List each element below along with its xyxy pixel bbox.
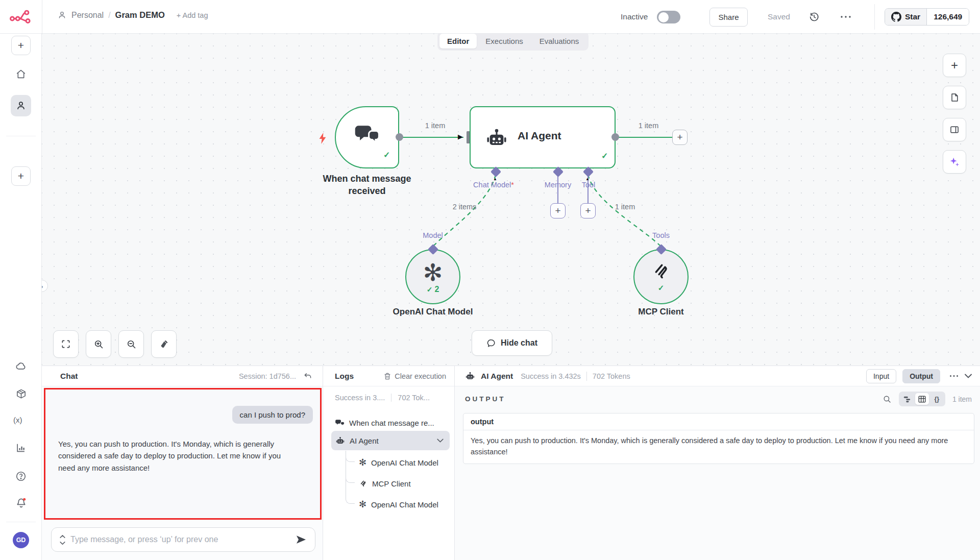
logs-status-time: Success in 3.... [335,394,385,402]
connection-arrow: ▶ [458,133,463,140]
hide-chat-button[interactable]: Hide chat [472,330,552,356]
node-ai-agent[interactable]: AI Agent ✓ [470,106,616,168]
collapse-panel-icon[interactable] [965,374,972,378]
share-button[interactable]: Share [709,8,748,27]
ai-assistant-button[interactable] [943,150,966,174]
github-icon [891,12,901,22]
log-item-trigger[interactable]: When chat message re... [335,414,434,431]
chat-session-id[interactable]: Session: 1d756... [239,372,296,380]
details-node-name: AI Agent [481,372,513,381]
github-star-count[interactable]: 126,649 [934,12,962,21]
add-memory-button[interactable]: + [550,203,566,218]
sticky-note-button[interactable] [943,86,966,109]
node-details-panel: AI Agent Success in 3.432s 702 Tokens In… [454,366,980,560]
clear-execution-button[interactable]: Clear execution [383,372,446,380]
reset-session-icon[interactable] [303,372,312,381]
chat-assistant-message: Yes, you can push to production. It's Mo… [58,438,289,474]
logs-panel: Logs Clear execution Success in 3.... 70… [323,366,454,560]
robot-icon [485,127,508,150]
github-star-button[interactable]: Star [885,9,927,25]
agent-node-title: AI Agent [518,130,561,142]
add-tag-button[interactable]: + Add tag [177,11,208,19]
workflow-title[interactable]: Gram DEMO [115,10,165,20]
output-items-count: 1 item [952,395,972,403]
help-icon[interactable] [15,471,27,482]
sidebar-item-personal-active[interactable] [11,95,31,116]
log-item-mcp[interactable]: MCP Client [359,475,411,492]
person-icon [15,100,27,111]
chat-panel: Chat Session: 1d756... can I push to pro… [42,366,323,560]
breadcrumb-account[interactable]: Personal [71,11,104,20]
history-icon[interactable] [808,11,820,22]
variables-icon[interactable]: (x) [13,416,29,427]
left-sidebar: + + (x) GD [0,34,42,560]
chat-user-message: can I push to prod? [232,406,313,424]
cloud-admin-icon[interactable] [15,360,27,372]
openai-success-check: ✓ [427,285,433,294]
chat-bubble-icon [486,338,496,348]
zoom-out-button[interactable] [118,330,144,358]
openai-port-label: Model [412,231,453,239]
more-options-icon[interactable] [840,15,851,18]
openai-icon: ✻ [423,261,443,284]
chat-panel-title: Chat [60,372,78,381]
workflow-canvas[interactable]: Editor Executions Evaluations ✓ When cha… [42,34,980,366]
node-chat-trigger[interactable]: ✓ [335,106,399,168]
chat-input-container [51,527,315,552]
details-status: Success in 3.432s [521,372,581,380]
node-mcp-client[interactable]: ✓ [633,249,689,304]
logs-status-tokens: 702 Tok... [398,394,430,402]
log-item-openai-1[interactable]: ✻ OpenAI Chat Model [359,454,438,471]
avatar[interactable]: GD [13,532,29,548]
output-table-header[interactable]: output [463,413,974,430]
zoom-in-button[interactable] [86,330,111,358]
trigger-node-label[interactable]: When chat message received [306,173,428,198]
agent-success-check: ✓ [601,151,608,161]
model-connection-items: 2 items [442,203,487,211]
send-message-icon[interactable] [287,534,315,545]
json-view-button[interactable]: {} [930,393,944,405]
top-bar: Personal / Gram DEMO + Add tag Inactive … [0,0,980,34]
node-openai-chat-model[interactable]: ✻ ✓ 2 [405,249,460,304]
required-asterisk: * [511,181,514,189]
bottom-panels: Chat Session: 1d756... can I push to pro… [42,366,980,560]
templates-icon[interactable] [15,388,27,399]
toggle-panel-button[interactable] [943,118,966,141]
add-node-button[interactable]: + [943,54,966,77]
breadcrumb: Personal / Gram DEMO + Add tag [57,10,208,20]
n8n-logo-icon[interactable] [9,8,33,25]
prev-next-message-arrows[interactable] [52,535,70,545]
new-workflow-button[interactable]: + [11,36,31,55]
log-item-openai-2[interactable]: ✻ OpenAI Chat Model [359,496,438,513]
details-more-icon[interactable] [949,375,959,377]
input-tab-button[interactable]: Input [866,369,896,383]
table-view-button[interactable] [915,393,929,405]
home-icon[interactable] [15,68,27,80]
github-star-widget[interactable]: Star 126,649 [885,8,969,26]
output-table-value[interactable]: Yes, you can push to production. It's Mo… [463,430,974,464]
zoom-to-fit-button[interactable] [53,330,79,358]
tidy-up-button[interactable] [151,330,177,358]
log-item-ai-agent-selected[interactable]: AI Agent [331,431,450,450]
sidebar-divider [6,136,36,136]
insights-icon[interactable] [15,442,27,453]
output-table: output Yes, you can push to production. … [463,413,974,464]
logs-panel-title: Logs [335,372,354,381]
schema-view-button[interactable] [900,393,914,405]
agent-output-port[interactable] [611,133,619,141]
chevron-down-icon [437,439,444,443]
notifications-bell-icon[interactable] [15,497,27,508]
add-tool-button[interactable]: + [580,203,596,218]
activate-toggle[interactable] [657,11,680,23]
trigger-output-port[interactable] [396,133,403,141]
workflow-status-label: Inactive [621,12,648,21]
output-tab-button[interactable]: Output [902,369,940,383]
chat-highlight-box: can I push to prod? Yes, you can push to… [44,388,322,520]
add-next-node-button[interactable]: + [672,130,688,145]
mcp-node-label[interactable]: MCP Client [610,307,712,317]
search-icon[interactable] [883,395,892,404]
openai-node-label[interactable]: OpenAI Chat Model [382,307,484,317]
mcp-icon [359,479,368,488]
add-project-button[interactable]: + [11,166,31,186]
chat-message-input[interactable] [70,535,287,544]
